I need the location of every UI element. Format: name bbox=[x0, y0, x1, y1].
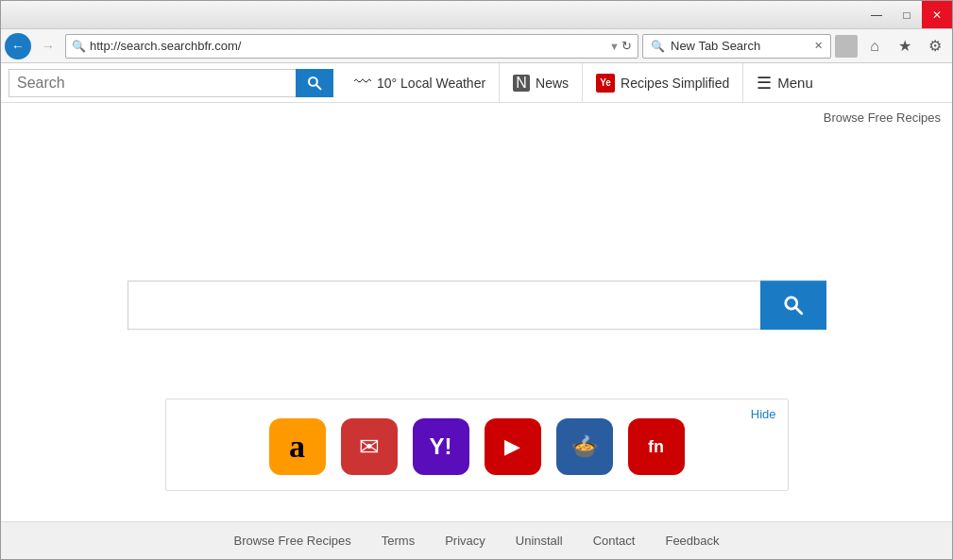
recipes-icon: Ye bbox=[596, 74, 615, 93]
toolbar-news[interactable]: N News bbox=[500, 63, 583, 102]
back-button[interactable]: ← bbox=[5, 33, 31, 59]
navigation-bar: ← → 🔍 ▼ ↻ 🔍 New Tab Search ✕ ⌂ ★ ⚙ bbox=[1, 29, 952, 63]
news-label: News bbox=[536, 76, 569, 91]
search-tab-label: New Tab Search bbox=[671, 39, 760, 53]
svg-line-3 bbox=[795, 307, 801, 313]
settings-button[interactable]: ⚙ bbox=[922, 33, 948, 59]
footer-feedback[interactable]: Feedback bbox=[665, 534, 719, 548]
search-icon bbox=[307, 76, 322, 91]
recipes-label: Recipes Simplified bbox=[621, 76, 729, 91]
browse-free-recipes-link[interactable]: Browse Free Recipes bbox=[824, 110, 941, 125]
refresh-icon[interactable]: ↻ bbox=[621, 39, 632, 53]
search-tab-search-icon: 🔍 bbox=[651, 40, 665, 53]
quick-link-foodnetwork[interactable]: fn bbox=[628, 418, 685, 475]
toolbar-search-button[interactable] bbox=[296, 69, 333, 97]
address-bar-icons: ▼ ↻ bbox=[609, 39, 632, 53]
quick-link-youtube[interactable]: ▶ bbox=[485, 418, 541, 475]
weather-waves-icon: 〰 bbox=[354, 73, 371, 93]
center-search-button[interactable] bbox=[760, 280, 826, 330]
quick-link-mail[interactable]: ✉ bbox=[341, 418, 398, 475]
lock-icon: 🔍 bbox=[72, 40, 86, 53]
nav-right-icons: ⌂ ★ ⚙ bbox=[861, 33, 948, 59]
center-search bbox=[128, 280, 826, 330]
main-content: Browse Free Recipes Hide a bbox=[1, 103, 952, 521]
home-button[interactable]: ⌂ bbox=[861, 33, 888, 59]
foodnetwork-icon: fn bbox=[648, 437, 664, 457]
center-search-box bbox=[128, 280, 826, 330]
window-controls: — □ ✕ bbox=[861, 1, 952, 28]
menu-icon: ☰ bbox=[757, 73, 772, 93]
footer-browse-free-recipes[interactable]: Browse Free Recipes bbox=[233, 534, 350, 548]
quick-links-icons: a ✉ Y! ▶ 🍲 fn bbox=[181, 418, 773, 475]
toolbar-recipes[interactable]: Ye Recipes Simplified bbox=[583, 63, 743, 102]
amazon-icon: a bbox=[289, 431, 305, 463]
weather-label: 10° Local Weather bbox=[377, 76, 485, 91]
quick-link-amazon[interactable]: a bbox=[269, 418, 326, 475]
toolbar: 〰 10° Local Weather N News Ye Recipes Si… bbox=[1, 63, 952, 103]
footer: Browse Free Recipes Terms Privacy Uninst… bbox=[1, 521, 952, 559]
quick-link-recipe[interactable]: 🍲 bbox=[556, 418, 613, 475]
center-search-input[interactable] bbox=[128, 280, 760, 330]
new-tab-button[interactable] bbox=[835, 35, 858, 58]
recipe-icon: 🍲 bbox=[570, 433, 599, 460]
footer-uninstall[interactable]: Uninstall bbox=[516, 534, 563, 548]
mail-icon: ✉ bbox=[359, 433, 380, 462]
footer-privacy[interactable]: Privacy bbox=[445, 534, 485, 548]
browser-window: — □ ✕ ← → 🔍 ▼ ↻ 🔍 New Tab Search ✕ ⌂ ★ ⚙ bbox=[0, 0, 953, 560]
hide-link[interactable]: Hide bbox=[751, 407, 776, 421]
new-tab-search[interactable]: 🔍 New Tab Search ✕ bbox=[642, 34, 831, 59]
search-dropdown-icon[interactable]: ▼ bbox=[609, 41, 620, 52]
quick-links-panel: Hide a ✉ Y! ▶ 🍲 fn bbox=[165, 399, 789, 491]
yahoo-icon: Y! bbox=[430, 433, 452, 460]
center-search-icon bbox=[783, 295, 804, 315]
toolbar-weather[interactable]: 〰 10° Local Weather bbox=[341, 63, 500, 102]
svg-line-1 bbox=[316, 85, 320, 89]
youtube-icon: ▶ bbox=[504, 434, 520, 459]
maximize-button[interactable]: □ bbox=[892, 1, 922, 28]
search-tab-close-icon[interactable]: ✕ bbox=[814, 40, 823, 52]
toolbar-menu[interactable]: ☰ Menu bbox=[743, 63, 826, 102]
toolbar-search-input[interactable] bbox=[9, 69, 296, 97]
close-button[interactable]: ✕ bbox=[922, 1, 952, 28]
forward-button[interactable]: → bbox=[35, 33, 61, 59]
quick-link-yahoo[interactable]: Y! bbox=[413, 418, 469, 475]
address-input[interactable] bbox=[90, 39, 605, 53]
footer-contact[interactable]: Contact bbox=[593, 534, 636, 548]
minimize-button[interactable]: — bbox=[861, 1, 892, 28]
title-bar: — □ ✕ bbox=[1, 1, 952, 29]
favorites-button[interactable]: ★ bbox=[892, 33, 918, 59]
address-bar[interactable]: 🔍 ▼ ↻ bbox=[65, 34, 638, 59]
toolbar-search bbox=[1, 63, 341, 102]
menu-label: Menu bbox=[777, 75, 813, 91]
news-icon: N bbox=[513, 75, 530, 92]
footer-terms[interactable]: Terms bbox=[382, 534, 415, 548]
